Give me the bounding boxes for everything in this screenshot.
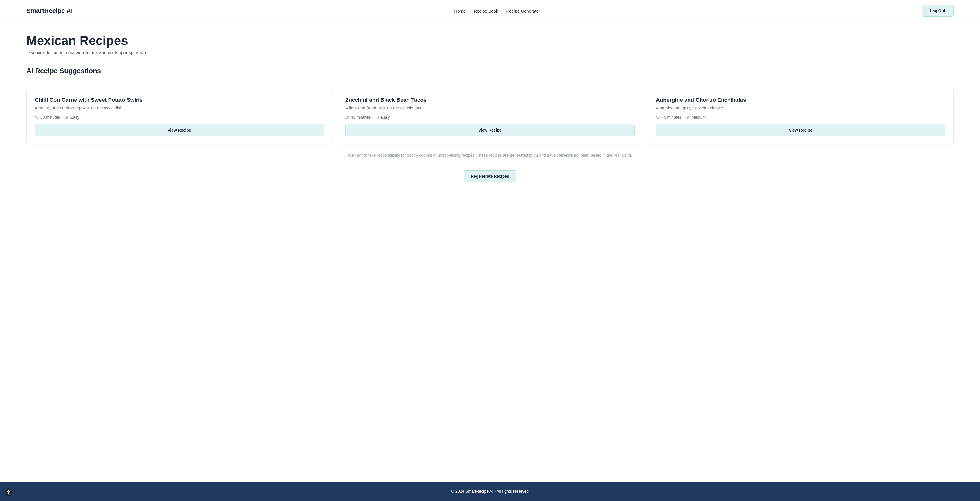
page-subtitle: Discover delicious mexican recipes and c…: [26, 50, 954, 55]
recipe-description: A smoky and spicy Mexican classic.: [656, 105, 945, 110]
recipe-time: 45 minutes: [656, 115, 681, 119]
lightning-icon: [6, 490, 11, 495]
regenerate-wrapper: Regenerate Recipes: [26, 170, 954, 182]
recipe-time-text: 45 minutes: [662, 115, 681, 119]
recipe-time-text: 30 minutes: [351, 115, 371, 119]
section-title: AI Recipe Suggestions: [26, 67, 954, 75]
bar-chart-icon: [375, 115, 379, 119]
logo[interactable]: SmartRecipe AI: [26, 7, 73, 14]
recipe-time-text: 60 minutes: [40, 115, 60, 119]
svg-rect-6: [377, 117, 377, 119]
svg-rect-2: [66, 117, 67, 119]
footer-text: © 2024 SmartRecipe AI - All rights reser…: [451, 489, 529, 493]
recipe-difficulty-text: Easy: [381, 115, 390, 119]
page-title: Mexican Recipes: [26, 33, 954, 48]
clock-icon: [345, 115, 349, 119]
recipe-difficulty: Medium: [686, 115, 706, 119]
header: SmartRecipe AI Home Recipe Book Recipe G…: [0, 0, 980, 22]
recipe-title: Zucchini and Black Bean Tacos: [345, 97, 635, 103]
svg-rect-7: [378, 116, 379, 119]
recipe-title: Aubergine and Chorizo Enchiladas: [656, 97, 945, 103]
view-recipe-button[interactable]: View Recipe: [35, 124, 324, 136]
svg-rect-1: [65, 118, 66, 119]
main-nav: Home Recipe Book Recipe Generator: [454, 9, 540, 13]
recipe-time: 60 minutes: [35, 115, 60, 119]
svg-rect-11: [689, 116, 689, 119]
clock-icon: [35, 115, 39, 119]
clock-icon: [656, 115, 660, 119]
bar-chart-icon: [64, 115, 68, 119]
recipe-description: A light and fresh twist on the classic t…: [345, 105, 635, 110]
main-content: Mexican Recipes Discover delicious mexic…: [0, 22, 980, 482]
svg-rect-10: [687, 117, 688, 119]
disclaimer-text: We cannot take responsibility for poorly…: [26, 153, 954, 157]
recipe-card: Chilli Con Carne with Sweet Potato Swirl…: [26, 89, 332, 145]
floating-action-button[interactable]: [5, 488, 13, 496]
recipe-difficulty: Easy: [64, 115, 79, 119]
svg-marker-12: [7, 490, 10, 493]
bar-chart-icon: [686, 115, 690, 119]
nav-home[interactable]: Home: [454, 9, 466, 13]
svg-rect-9: [687, 118, 687, 119]
regenerate-button[interactable]: Regenerate Recipes: [464, 170, 516, 182]
recipe-card: Aubergine and Chorizo Enchiladas A smoky…: [648, 89, 954, 145]
recipe-title: Chilli Con Carne with Sweet Potato Swirl…: [35, 97, 324, 103]
svg-rect-5: [376, 118, 377, 119]
footer: © 2024 SmartRecipe AI - All rights reser…: [0, 482, 980, 501]
recipe-difficulty-text: Easy: [70, 115, 79, 119]
logout-button[interactable]: Log Out: [921, 5, 954, 17]
recipe-meta: 30 minutes Easy: [345, 115, 635, 119]
svg-rect-3: [67, 116, 68, 119]
nav-recipe-generator[interactable]: Recipe Generator: [506, 9, 540, 13]
recipe-time: 30 minutes: [345, 115, 371, 119]
recipe-card: Zucchini and Black Bean Tacos A light an…: [337, 89, 643, 145]
recipe-difficulty: Easy: [375, 115, 390, 119]
recipe-difficulty-text: Medium: [692, 115, 706, 119]
recipe-cards: Chilli Con Carne with Sweet Potato Swirl…: [26, 89, 954, 145]
nav-recipe-book[interactable]: Recipe Book: [474, 9, 498, 13]
recipe-description: A hearty and comforting twist on a class…: [35, 105, 324, 110]
recipe-meta: 45 minutes Medium: [656, 115, 945, 119]
view-recipe-button[interactable]: View Recipe: [345, 124, 635, 136]
recipe-meta: 60 minutes Easy: [35, 115, 324, 119]
view-recipe-button[interactable]: View Recipe: [656, 124, 945, 136]
